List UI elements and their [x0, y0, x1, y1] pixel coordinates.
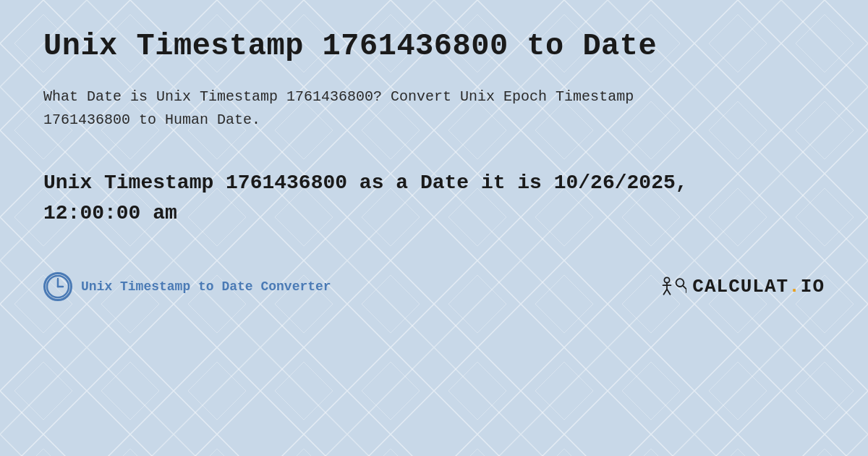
svg-point-6 — [47, 276, 69, 297]
footer-link[interactable]: Unix Timestamp to Date Converter — [43, 272, 331, 301]
svg-point-9 — [665, 277, 670, 282]
svg-line-13 — [667, 290, 671, 295]
clock-icon — [43, 272, 72, 301]
logo-icon — [660, 274, 686, 300]
page-title: Unix Timestamp 1761436800 to Date — [43, 29, 825, 64]
logo-text: CALCULAT.IO — [692, 276, 825, 297]
conversion-result: Unix Timestamp 1761436800 as a Date it i… — [43, 168, 694, 229]
footer-link-text: Unix Timestamp to Date Converter — [81, 279, 331, 294]
page-description: What Date is Unix Timestamp 1761436800? … — [43, 85, 694, 132]
calculat-logo[interactable]: CALCULAT.IO — [660, 274, 825, 300]
svg-line-12 — [664, 290, 668, 295]
svg-point-14 — [676, 279, 684, 287]
page-footer: Unix Timestamp to Date Converter CALCULA… — [43, 272, 825, 301]
